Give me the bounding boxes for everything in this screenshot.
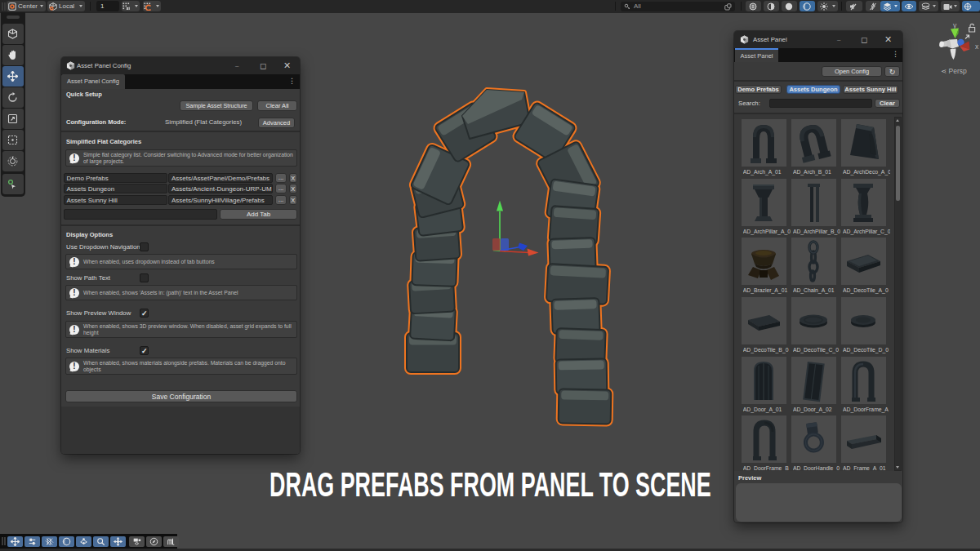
svg-text:y: y xyxy=(953,21,957,29)
svg-text:x: x xyxy=(975,42,979,51)
